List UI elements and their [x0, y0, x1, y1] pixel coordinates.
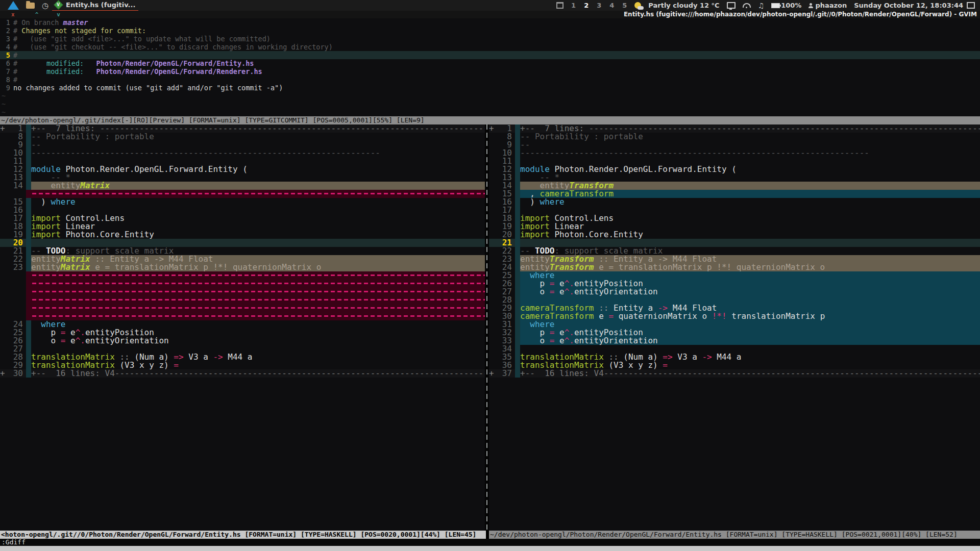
line-number: 23 [495, 255, 515, 263]
fold-column[interactable] [0, 312, 6, 320]
fold-column[interactable] [0, 337, 6, 345]
fold-column[interactable] [0, 304, 6, 312]
workspace-5[interactable]: 5 [622, 2, 627, 9]
fold-column[interactable] [489, 361, 495, 369]
fold-column[interactable] [489, 173, 495, 182]
diff-pane-index-version[interactable]: +1+-- 7 lines: -------------------------… [0, 124, 485, 531]
fold-column[interactable] [0, 320, 6, 329]
fold-column[interactable] [0, 231, 6, 239]
statusline-git-index[interactable]: ~/dev/photon-opengl/.git/index[-][RO][Pr… [0, 116, 980, 124]
fold-column[interactable] [0, 329, 6, 337]
screens-icon[interactable] [967, 2, 975, 9]
fold-column[interactable] [0, 141, 6, 149]
git-status-buffer[interactable]: 1# On branch master2# Changes not staged… [0, 18, 980, 116]
fold-column[interactable] [489, 288, 495, 296]
vertical-split-divider[interactable] [485, 124, 489, 531]
wm-down-button[interactable]: v [57, 11, 60, 18]
fold-column[interactable] [489, 231, 495, 239]
clock-applet-button[interactable]: ◷ [42, 0, 48, 11]
fold-column[interactable] [489, 222, 495, 231]
vim-command-line[interactable]: :Gdiff [0, 539, 980, 546]
fold-column[interactable] [489, 337, 495, 345]
fold-column[interactable] [0, 190, 6, 198]
fold-column[interactable] [489, 255, 495, 263]
fold-column[interactable] [489, 296, 495, 304]
fold-column[interactable] [489, 198, 495, 206]
fold-column[interactable] [0, 165, 6, 173]
line-number: 11 [6, 157, 26, 165]
code-text: # modified: Photon/Render/OpenGL/Forward… [13, 59, 980, 67]
statusline-left-active[interactable]: <hoton-opengl/.git//0/Photon/Render/Open… [0, 531, 486, 539]
fold-column[interactable]: + [489, 124, 495, 133]
fold-column[interactable] [0, 206, 6, 214]
network-applet[interactable] [743, 0, 751, 11]
fold-column[interactable] [489, 165, 495, 173]
user-applet[interactable]: phaazon [808, 0, 847, 11]
fold-column[interactable]: + [489, 369, 495, 378]
line-number: 26 [495, 280, 515, 288]
code-line [0, 288, 485, 296]
fold-column[interactable] [489, 280, 495, 288]
fold-column[interactable] [0, 255, 6, 263]
fold-column[interactable] [0, 280, 6, 288]
workspace-3[interactable]: 3 [597, 2, 601, 9]
fold-column[interactable] [489, 271, 495, 280]
fold-column[interactable] [489, 247, 495, 255]
fold-column[interactable] [0, 182, 6, 190]
fold-column[interactable] [489, 182, 495, 190]
fold-column[interactable] [489, 214, 495, 222]
fold-column[interactable] [0, 222, 6, 231]
line-number [6, 280, 26, 288]
workspace-1[interactable]: 1 [571, 2, 576, 9]
fold-column[interactable] [489, 133, 495, 141]
fold-column[interactable] [0, 133, 6, 141]
fold-column[interactable] [489, 312, 495, 320]
fold-column[interactable] [489, 320, 495, 329]
fold-column[interactable] [0, 239, 6, 247]
fold-column[interactable] [0, 345, 6, 353]
fold-column[interactable] [0, 198, 6, 206]
fold-column[interactable] [489, 157, 495, 165]
fold-column[interactable] [0, 288, 6, 296]
code-text: +-- 16 lines: V4------------------------… [520, 369, 980, 378]
window-list-button[interactable] [556, 0, 564, 11]
fold-column[interactable] [0, 296, 6, 304]
line-number: 25 [6, 329, 26, 337]
wm-close-button[interactable]: x [11, 11, 15, 18]
fold-column[interactable] [0, 173, 6, 182]
fold-column[interactable] [0, 361, 6, 369]
fold-column[interactable] [489, 149, 495, 157]
display-applet[interactable] [727, 0, 736, 11]
fold-column[interactable] [489, 190, 495, 198]
workspace-4[interactable]: 4 [609, 2, 614, 9]
line-number: 36 [495, 361, 515, 369]
audio-applet[interactable]: ♫ [758, 0, 765, 11]
fold-column[interactable]: + [0, 124, 6, 133]
fold-column[interactable] [489, 206, 495, 214]
fold-column[interactable] [0, 353, 6, 361]
statusline-right[interactable]: ~/dev/photon-opengl/Photon/Render/OpenGL… [489, 531, 980, 539]
fold-column[interactable] [0, 247, 6, 255]
taskbar-item-gvim[interactable]: V Entity.hs (fugitiv... [52, 0, 138, 12]
fold-column[interactable] [0, 149, 6, 157]
fold-column[interactable] [489, 345, 495, 353]
fold-column[interactable] [0, 157, 6, 165]
fold-column[interactable]: + [0, 369, 6, 378]
fold-column[interactable] [489, 141, 495, 149]
file-manager-button[interactable] [26, 0, 35, 11]
fold-column[interactable] [489, 239, 495, 247]
wm-up-button[interactable]: ^ [35, 11, 39, 18]
fold-column[interactable] [489, 304, 495, 312]
fold-column[interactable] [0, 214, 6, 222]
arch-menu-button[interactable] [4, 0, 19, 11]
workspace-2-active[interactable]: 2 [584, 2, 589, 9]
fold-column[interactable] [489, 353, 495, 361]
diff-pane-working-version[interactable]: +1+-- 7 lines: -------------------------… [489, 124, 980, 531]
line-number: 16 [495, 198, 515, 206]
fold-column[interactable] [0, 271, 6, 280]
code-line: 14 entityTransform [489, 182, 980, 190]
battery-applet[interactable]: 100% [771, 0, 801, 11]
fold-column[interactable] [0, 263, 6, 271]
fold-column[interactable] [489, 263, 495, 271]
fold-column[interactable] [489, 329, 495, 337]
